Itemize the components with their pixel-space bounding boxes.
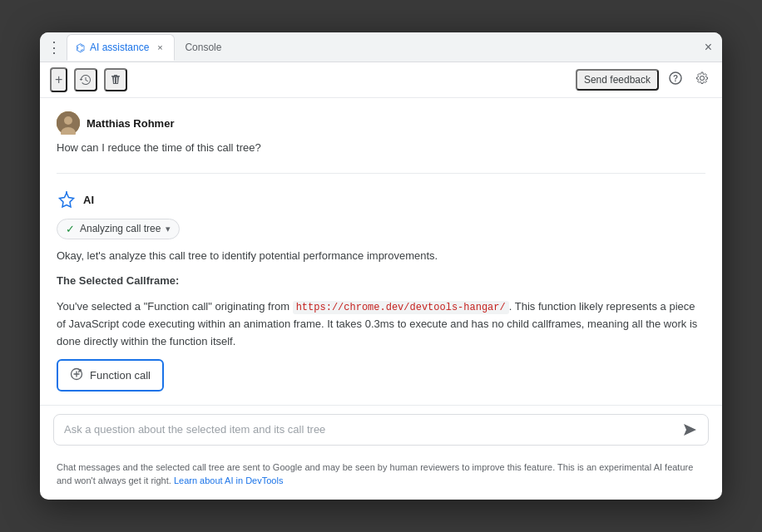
function-call-chip[interactable]: Function call [57,359,164,392]
devtools-window: ⋮ ⌬ AI assistance × Console × + Send fee [40,32,722,500]
tab-close-ai[interactable]: × [154,42,166,53]
analyzing-label: Analyzing call tree [80,223,161,234]
delete-button[interactable] [104,68,127,91]
function-chip-icon [70,367,83,383]
user-header: Matthias Rohmer [57,111,705,135]
ai-avatar-icon [57,190,77,210]
svg-text:?: ? [673,74,678,83]
ai-body-text: You've selected a "Function call" origin… [57,298,705,351]
footer-text: Chat messages and the selected call tree… [57,462,693,486]
user-message-text: How can I reduce the time of this call t… [57,140,705,156]
history-button[interactable] [74,68,97,91]
svg-rect-0 [111,76,120,77]
divider-1 [57,173,705,174]
ai-assistance-icon: ⌬ [76,42,85,54]
tab-console-label: Console [185,42,221,53]
help-icon[interactable]: ? [666,68,685,91]
chevron-down-icon: ▾ [166,224,171,234]
tab-ai-assistance[interactable]: ⌬ AI assistance × [67,34,175,61]
send-button[interactable] [681,421,698,438]
toolbar: + Send feedback ? [40,62,722,98]
learn-more-link[interactable]: Learn about AI in DevTools [174,475,283,485]
function-chip-label: Function call [90,369,151,382]
tab-menu-icon[interactable]: ⋮ [47,38,62,57]
avatar [57,111,80,135]
ai-intro-text: Okay, let's analyze this call tree to id… [57,248,705,265]
ai-label: AI [83,194,94,206]
svg-point-4 [64,116,72,125]
tab-console[interactable]: Console [176,34,230,61]
ai-section-title: The Selected Callframe: [57,273,705,290]
check-icon: ✓ [66,223,75,235]
ai-message: AI ✓ Analyzing call tree ▾ Okay, let's a… [57,190,705,392]
input-row [53,414,709,446]
input-area [40,405,722,454]
send-feedback-button[interactable]: Send feedback [576,69,659,91]
chat-input[interactable] [64,423,675,436]
ai-header: AI [57,190,705,210]
new-chat-button[interactable]: + [50,67,67,92]
url-code: https://chrome.dev/devtools-hangar/ [293,301,509,314]
toolbar-right: Send feedback ? [576,68,712,91]
chat-area: Matthias Rohmer How can I reduce the tim… [40,98,722,405]
window-close-button[interactable]: × [701,37,715,58]
analyzing-pill[interactable]: ✓ Analyzing call tree ▾ [57,219,180,239]
footer: Chat messages and the selected call tree… [40,454,722,500]
tab-ai-label: AI assistance [90,42,149,53]
user-message: Matthias Rohmer How can I reduce the tim… [57,111,705,156]
user-name: Matthias Rohmer [87,117,174,130]
settings-icon[interactable] [692,68,712,91]
tab-bar: ⋮ ⌬ AI assistance × Console × [40,32,722,62]
